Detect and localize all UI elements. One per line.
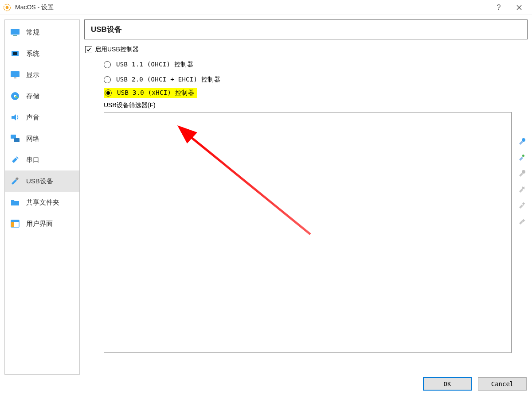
radio-usb-3-0[interactable]: USB 3.0 (xHCI) 控制器 xyxy=(104,88,197,98)
sidebar-item-usb[interactable]: USB设备 xyxy=(5,170,79,192)
svg-rect-15 xyxy=(11,222,14,227)
app-gear-icon xyxy=(3,3,12,12)
ok-button[interactable]: OK xyxy=(423,377,472,391)
layout-icon xyxy=(9,218,21,229)
sidebar-label: USB设备 xyxy=(26,177,53,186)
network-icon xyxy=(9,133,21,144)
usb-edit-icon xyxy=(516,169,527,179)
sidebar-label: 系统 xyxy=(26,50,39,58)
radio-icon xyxy=(104,76,111,83)
radio-label: USB 2.0 (OHCI + EHCI) 控制器 xyxy=(116,76,220,84)
usb-filter-actions xyxy=(516,137,527,227)
svg-rect-3 xyxy=(13,35,17,36)
svg-rect-6 xyxy=(11,71,20,77)
sidebar-item-general[interactable]: 常规 xyxy=(5,22,79,43)
sidebar-item-storage[interactable]: 存储 xyxy=(5,85,79,107)
plug-icon xyxy=(9,154,21,166)
cancel-button[interactable]: Cancel xyxy=(478,377,527,391)
content-area: 常规 系统 显示 存储 声音 网络 串口 USB设备 xyxy=(0,15,532,375)
display-icon xyxy=(9,69,21,81)
sidebar-label: 用户界面 xyxy=(26,220,53,228)
panel-body: 启用USB控制器 USB 1.1 (OHCI) 控制器 USB 2.0 (OHC… xyxy=(84,44,528,375)
window-controls: ? xyxy=(489,0,529,15)
svg-point-1 xyxy=(6,6,9,9)
usb-move-down-icon xyxy=(516,217,527,227)
radio-label: USB 1.1 (OHCI) 控制器 xyxy=(116,61,193,69)
sidebar-item-display[interactable]: 显示 xyxy=(5,64,79,85)
svg-rect-5 xyxy=(13,52,17,55)
sidebar-item-system[interactable]: 系统 xyxy=(5,43,79,64)
svg-rect-10 xyxy=(11,135,16,139)
sidebar-item-network[interactable]: 网络 xyxy=(5,128,79,149)
usb-filter-label: USB设备筛选器(F) xyxy=(104,101,528,109)
enable-usb-label: 启用USB控制器 xyxy=(95,46,139,54)
usb-move-up-icon xyxy=(516,201,527,211)
monitor-icon xyxy=(9,27,21,38)
radio-label: USB 3.0 (xHCI) 控制器 xyxy=(117,89,194,97)
radio-usb-2-0[interactable]: USB 2.0 (OHCI + EHCI) 控制器 xyxy=(104,72,528,87)
chip-icon xyxy=(9,48,21,59)
sidebar-label: 声音 xyxy=(26,113,39,122)
checkmark-icon xyxy=(85,46,92,53)
settings-panel: USB设备 启用USB控制器 USB 1.1 (OHCI) 控制器 USB 2.… xyxy=(84,19,528,375)
titlebar: MacOS - 设置 ? xyxy=(0,0,532,15)
usb-filter-list[interactable] xyxy=(104,112,512,353)
sidebar-item-shared[interactable]: 共享文件夹 xyxy=(5,192,79,213)
usb-remove-icon xyxy=(516,185,527,195)
sidebar-label: 存储 xyxy=(26,92,39,101)
usb-icon xyxy=(9,175,21,187)
close-button[interactable] xyxy=(509,0,529,15)
sidebar-item-ui[interactable]: 用户界面 xyxy=(5,213,79,234)
radio-icon xyxy=(104,61,111,68)
radio-usb-1-1[interactable]: USB 1.1 (OHCI) 控制器 xyxy=(104,57,528,72)
sidebar-item-audio[interactable]: 声音 xyxy=(5,107,79,128)
panel-title: USB设备 xyxy=(84,19,528,39)
svg-rect-11 xyxy=(14,138,20,142)
sidebar-label: 常规 xyxy=(26,28,39,37)
sidebar-item-serial[interactable]: 串口 xyxy=(5,149,79,170)
folder-icon xyxy=(9,197,21,208)
dialog-buttons: OK Cancel xyxy=(423,377,527,391)
radio-icon xyxy=(105,89,112,97)
enable-usb-checkbox[interactable]: 启用USB控制器 xyxy=(85,46,528,54)
disk-icon xyxy=(9,90,21,102)
sidebar: 常规 系统 显示 存储 声音 网络 串口 USB设备 xyxy=(4,19,80,375)
usb-controller-radio-group: USB 1.1 (OHCI) 控制器 USB 2.0 (OHCI + EHCI)… xyxy=(104,57,528,99)
sidebar-label: 网络 xyxy=(26,135,39,143)
svg-rect-14 xyxy=(11,220,19,222)
sidebar-label: 显示 xyxy=(26,71,39,79)
svg-point-17 xyxy=(522,170,525,174)
svg-rect-7 xyxy=(14,77,16,78)
help-button[interactable]: ? xyxy=(489,0,509,15)
speaker-icon xyxy=(9,112,21,123)
sidebar-label: 串口 xyxy=(26,156,39,164)
sidebar-label: 共享文件夹 xyxy=(26,198,59,207)
usb-add-new-icon[interactable] xyxy=(516,137,527,147)
svg-point-16 xyxy=(522,138,525,142)
window-title: MacOS - 设置 xyxy=(15,4,489,12)
usb-add-from-device-icon[interactable] xyxy=(516,153,527,163)
svg-rect-2 xyxy=(11,29,20,35)
svg-rect-12 xyxy=(16,177,19,180)
